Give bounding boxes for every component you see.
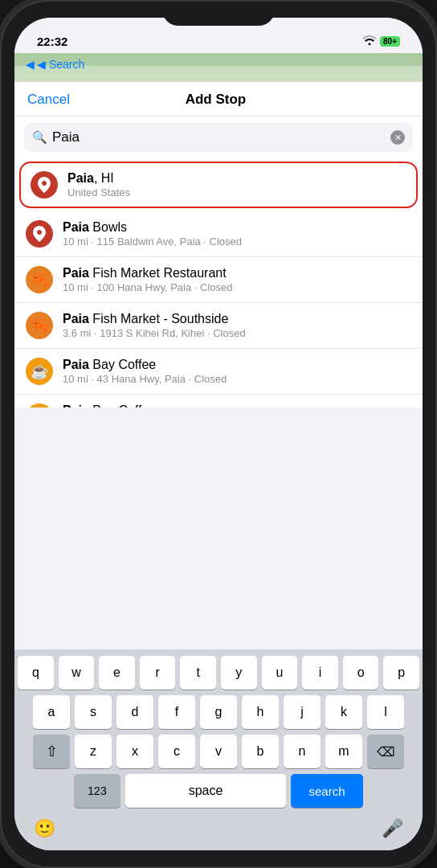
result-title-3: Paia Fish Market Restaurant <box>63 266 411 280</box>
key-p[interactable]: p <box>383 656 419 690</box>
back-button[interactable]: ◀ ◀ Search <box>26 58 84 71</box>
key-j[interactable]: j <box>284 695 321 729</box>
key-e[interactable]: e <box>99 656 135 690</box>
result-item-1[interactable]: Paia, HI United States <box>19 162 418 208</box>
key-t[interactable]: t <box>180 656 216 690</box>
shift-key[interactable]: ⇧ <box>33 735 70 768</box>
result-item-2[interactable]: Paia Bowls 10 mi · 115 Baldwin Ave, Paia… <box>14 211 423 257</box>
key-l[interactable]: l <box>367 695 404 729</box>
key-u[interactable]: u <box>262 656 298 690</box>
result-title-4: Paia Fish Market - Southside <box>63 312 411 326</box>
key-n[interactable]: n <box>284 735 321 768</box>
keyboard-bottom-row: 123 space search <box>18 774 419 808</box>
key-d[interactable]: d <box>116 695 153 729</box>
page-title: Add Stop <box>186 92 247 108</box>
key-v[interactable]: v <box>200 735 237 768</box>
key-o[interactable]: o <box>343 656 379 690</box>
key-g[interactable]: g <box>200 695 237 729</box>
status-icons: 80+ <box>363 34 400 50</box>
battery-badge: 80+ <box>380 36 400 47</box>
result-icon-2 <box>26 220 53 248</box>
keyboard-bottom-bar: 🙂 🎤 <box>18 813 419 849</box>
result-title-6: Paia Bay Coffee <box>63 403 411 407</box>
result-icon-5: ☕ <box>26 358 53 385</box>
key-r[interactable]: r <box>140 656 176 690</box>
back-chevron-icon: ◀ <box>26 58 35 71</box>
result-text-2: Paia Bowls 10 mi · 115 Baldwin Ave, Paia… <box>63 220 411 248</box>
key-i[interactable]: i <box>302 656 338 690</box>
status-time: 22:32 <box>37 35 67 50</box>
key-a[interactable]: a <box>33 695 70 729</box>
search-bar-container: 🔍 Paia ✕ <box>14 117 423 158</box>
key-x[interactable]: x <box>116 735 153 768</box>
cancel-button[interactable]: Cancel <box>27 92 70 108</box>
key-k[interactable]: k <box>325 695 362 729</box>
result-title-2: Paia Bowls <box>63 220 411 235</box>
space-key[interactable]: space <box>125 774 286 808</box>
search-key[interactable]: search <box>291 774 363 808</box>
result-item-5[interactable]: ☕ Paia Bay Coffee 10 mi · 43 Hana Hwy, P… <box>14 349 423 395</box>
result-text-3: Paia Fish Market Restaurant 10 mi · 100 … <box>63 266 411 293</box>
results-list: Paia, HI United States Paia Bowls 10 mi … <box>14 158 423 407</box>
result-subtitle-3: 10 mi · 100 Hana Hwy, Paia · Closed <box>63 281 411 293</box>
result-subtitle-5: 10 mi · 43 Hana Hwy, Paia · Closed <box>63 373 411 385</box>
result-subtitle-2: 10 mi · 115 Baldwin Ave, Paia · Closed <box>63 235 411 248</box>
phone-screen: 22:32 80+ ◀ ◀ Search Cancel <box>14 18 423 850</box>
result-item-3[interactable]: 🦐 Paia Fish Market Restaurant 10 mi · 10… <box>14 257 423 303</box>
result-item-4[interactable]: 🦐 Paia Fish Market - Southside 3.6 mi · … <box>14 303 423 349</box>
key-m[interactable]: m <box>325 735 362 768</box>
result-item-6[interactable]: ☕ Paia Bay Coffee 10 mi · 115 Hana Hwy, … <box>14 395 423 407</box>
key-h[interactable]: h <box>242 695 279 729</box>
home-indicator <box>170 857 267 860</box>
result-icon-4: 🦐 <box>26 312 53 339</box>
result-text-6: Paia Bay Coffee 10 mi · 115 Hana Hwy, Pa… <box>63 403 411 407</box>
key-c[interactable]: c <box>158 735 195 768</box>
phone-frame: 22:32 80+ ◀ ◀ Search Cancel <box>0 0 437 868</box>
key-q[interactable]: q <box>18 656 54 690</box>
result-title-1: Paia, HI <box>67 171 406 186</box>
key-b[interactable]: b <box>242 735 279 768</box>
result-text-5: Paia Bay Coffee 10 mi · 43 Hana Hwy, Pai… <box>63 358 411 385</box>
back-label: ◀ Search <box>37 58 84 71</box>
backspace-key[interactable]: ⌫ <box>367 735 404 768</box>
search-bar[interactable]: 🔍 Paia ✕ <box>24 123 413 152</box>
keyboard-row-1: q w e r t y u i o p <box>18 656 419 690</box>
emoji-icon[interactable]: 🙂 <box>34 818 55 839</box>
result-text-1: Paia, HI United States <box>67 171 406 199</box>
result-subtitle-4: 3.6 mi · 1913 S Kihei Rd, Kihei · Closed <box>63 327 411 339</box>
result-icon-1 <box>31 171 58 199</box>
keyboard-row-2: a s d f g h j k l <box>18 695 419 729</box>
key-w[interactable]: w <box>59 656 95 690</box>
result-title-rest-1: , HI <box>94 171 114 185</box>
wifi-icon <box>363 34 376 48</box>
key-z[interactable]: z <box>75 735 112 768</box>
notch <box>162 2 275 26</box>
search-input[interactable]: Paia <box>52 129 386 145</box>
keyboard: q w e r t y u i o p a s d f g h j k <box>14 649 423 850</box>
result-subtitle-1: United States <box>67 186 406 199</box>
key-y[interactable]: y <box>221 656 257 690</box>
search-icon: 🔍 <box>32 130 47 145</box>
result-icon-3: 🦐 <box>26 266 53 293</box>
microphone-icon[interactable]: 🎤 <box>382 818 403 839</box>
numbers-key[interactable]: 123 <box>74 774 120 808</box>
result-title-5: Paia Bay Coffee <box>63 358 411 372</box>
result-text-4: Paia Fish Market - Southside 3.6 mi · 19… <box>63 312 411 339</box>
key-f[interactable]: f <box>158 695 195 729</box>
keyboard-row-3: ⇧ z x c v b n m ⌫ <box>18 735 419 768</box>
result-icon-6: ☕ <box>26 403 53 407</box>
map-strip: ◀ ◀ Search <box>14 53 423 82</box>
nav-bar: Cancel Add Stop <box>14 82 423 117</box>
search-clear-button[interactable]: ✕ <box>390 130 405 145</box>
result-title-highlight-1: Paia <box>67 171 94 185</box>
key-s[interactable]: s <box>75 695 112 729</box>
